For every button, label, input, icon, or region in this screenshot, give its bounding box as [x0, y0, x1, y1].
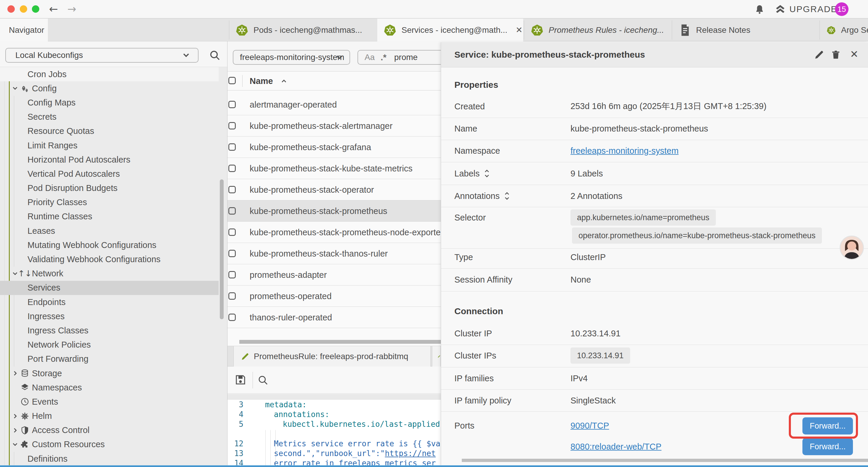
expander-icon[interactable]	[484, 169, 490, 178]
tab-argo[interactable]: Argo Serv	[820, 19, 868, 41]
tab-services[interactable]: Services - icecheng@math... ✕	[377, 19, 523, 41]
table-row[interactable]: kube-prometheus-stack-prometheus-node-ex…	[227, 222, 441, 243]
sidebar-item-leases[interactable]: Leases	[0, 224, 219, 238]
maximize-window-button[interactable]	[32, 5, 39, 13]
forward-button[interactable]: Forward...	[802, 438, 853, 455]
sidebar-item-mutating-webhook-configurations[interactable]: Mutating Webhook Configurations	[0, 238, 219, 252]
table-row[interactable]: kube-prometheus-stack-thanos-ruler	[227, 243, 441, 264]
sidebar-item-cron-jobs[interactable]: Cron Jobs	[0, 67, 219, 81]
chevron-down-icon[interactable]	[12, 441, 18, 448]
upgrade-button[interactable]: UPGRADE	[789, 4, 837, 14]
avatar[interactable]	[840, 236, 864, 260]
chevron-right-icon[interactable]	[12, 427, 18, 434]
chevron-right-icon[interactable]	[12, 413, 18, 419]
sidebar-item-endpoints[interactable]: Endpoints	[0, 295, 219, 309]
table-row[interactable]: alertmanager-operated	[227, 94, 441, 115]
sidebar-item-events[interactable]: Events	[0, 395, 219, 409]
sidebar-item-runtime-classes[interactable]: Runtime Classes	[0, 209, 219, 224]
namespace-selector[interactable]: freeleaps-monitoring-system	[233, 50, 350, 65]
sidebar-item-services[interactable]: Services	[0, 281, 219, 295]
row-checkbox[interactable]	[228, 165, 236, 172]
sidebar-item-vertical-pod-autoscalers[interactable]: Vertical Pod Autoscalers	[0, 167, 219, 181]
sidebar-item-port-forwarding[interactable]: Port Forwarding	[0, 352, 219, 366]
notification-badge[interactable]: 15	[835, 2, 848, 16]
back-arrow-button[interactable]: ←	[49, 3, 58, 15]
match-case-toggle[interactable]: Aa	[365, 53, 375, 62]
sidebar-item-helm[interactable]: Helm	[0, 409, 219, 423]
search-input[interactable]: Aa .* prome	[358, 50, 441, 65]
editor-tab-prometheusrule[interactable]: PrometheusRule: freeleaps-prod-rabbitmq	[234, 346, 431, 367]
detail-horizontal-scrollbar[interactable]	[462, 459, 868, 462]
search-icon[interactable]	[209, 49, 221, 61]
sidebar-item-config-maps[interactable]: Config Maps	[0, 95, 219, 110]
sidebar-item-storage[interactable]: Storage	[0, 366, 219, 380]
sidebar-item-pod-disruption-budgets[interactable]: Pod Disruption Budgets	[0, 181, 219, 195]
tab-prometheus-rules[interactable]: Prometheus Rules - icecheng...	[524, 19, 671, 41]
close-panel-icon[interactable]: ✕	[850, 48, 859, 60]
edit-pencil-icon[interactable]	[814, 49, 825, 60]
close-tab-icon[interactable]: ✕	[516, 25, 522, 35]
table-row[interactable]: kube-prometheus-stack-grafana	[227, 137, 441, 158]
namespace-link[interactable]: freeleaps-monitoring-system	[570, 146, 679, 156]
sidebar-item-network[interactable]: ↑↓ Network	[0, 267, 219, 281]
yaml-editor[interactable]: 3metadata: 4annotations: 5kubectl.kubern…	[227, 400, 441, 467]
sidebar-item-config[interactable]: Config	[0, 81, 219, 95]
table-row[interactable]: kube-prometheus-stack-operator	[227, 179, 441, 200]
sidebar-item-secrets[interactable]: Secrets	[0, 110, 219, 124]
row-checkbox[interactable]	[228, 101, 236, 108]
row-checkbox[interactable]	[228, 186, 236, 193]
tab-navigator[interactable]: Navigator	[0, 19, 48, 41]
sidebar-item-ingresses[interactable]: Ingresses	[0, 309, 219, 323]
line-number: 4	[227, 410, 243, 419]
row-checkbox[interactable]	[228, 229, 236, 236]
sidebar-scrollbar[interactable]	[220, 179, 224, 319]
minimize-window-button[interactable]	[20, 5, 27, 13]
table-row[interactable]: thanos-ruler-operated	[227, 307, 441, 328]
editor-tab-partial[interactable]	[432, 346, 441, 367]
row-checkbox[interactable]	[228, 143, 236, 151]
sidebar-item-network-policies[interactable]: Network Policies	[0, 338, 219, 352]
sidebar-item-namespaces[interactable]: Namespaces	[0, 380, 219, 395]
table-row[interactable]: prometheus-operated	[227, 286, 441, 307]
tab-release-notes[interactable]: Release Notes	[673, 19, 819, 41]
horizontal-scrollbar[interactable]	[239, 340, 441, 344]
regex-toggle[interactable]: .*	[380, 52, 386, 62]
table-row[interactable]: kube-prometheus-stack-kube-state-metrics	[227, 158, 441, 179]
sidebar-item-access-control[interactable]: Access Control	[0, 423, 219, 437]
sort-ascending-icon	[280, 78, 288, 85]
row-checkbox[interactable]	[228, 207, 236, 214]
kubeconfig-selector[interactable]: Local Kubeconfigs	[5, 48, 198, 63]
table-row-selected[interactable]: kube-prometheus-stack-prometheus	[227, 200, 441, 222]
bell-icon[interactable]	[754, 4, 765, 16]
sidebar-item-validating-webhook-configurations[interactable]: Validating Webhook Configurations	[0, 252, 219, 266]
row-checkbox[interactable]	[228, 314, 236, 321]
tab-pods[interactable]: Pods - icecheng@mathmas...	[229, 19, 376, 41]
port-link[interactable]: 9090/TCP	[570, 421, 609, 431]
table-row[interactable]: kube-prometheus-stack-alertmanager	[227, 115, 441, 137]
table-row[interactable]: prometheus-adapter	[227, 264, 441, 286]
row-checkbox[interactable]	[228, 292, 236, 300]
sidebar-item-priority-classes[interactable]: Priority Classes	[0, 195, 219, 209]
delete-trash-icon[interactable]	[831, 49, 841, 60]
chevron-down-icon[interactable]	[12, 85, 18, 92]
sidebar-item-definitions[interactable]: Definitions	[0, 451, 219, 466]
upgrade-icon[interactable]	[774, 4, 786, 16]
close-window-button[interactable]	[7, 5, 15, 13]
port-link[interactable]: 8080:reloader-web/TCP	[570, 442, 661, 451]
forward-arrow-button[interactable]: →	[67, 3, 76, 15]
row-checkbox[interactable]	[228, 122, 236, 129]
sidebar-item-horizontal-pod-autoscalers[interactable]: Horizontal Pod Autoscalers	[0, 152, 219, 167]
save-icon[interactable]	[234, 374, 247, 386]
sidebar-item-resource-quotas[interactable]: Resource Quotas	[0, 124, 219, 138]
search-icon[interactable]	[257, 374, 269, 386]
chevron-down-icon[interactable]	[12, 270, 18, 277]
row-checkbox[interactable]	[228, 250, 236, 257]
sidebar-item-limit-ranges[interactable]: Limit Ranges	[0, 138, 219, 152]
row-checkbox[interactable]	[228, 271, 236, 279]
sidebar-item-custom-resources[interactable]: Custom Resources	[0, 437, 219, 451]
name-column-header[interactable]: Name	[250, 76, 273, 86]
select-all-checkbox[interactable]	[228, 77, 236, 84]
sidebar-item-ingress-classes[interactable]: Ingress Classes	[0, 323, 219, 338]
expander-icon[interactable]	[504, 191, 510, 201]
chevron-right-icon[interactable]	[12, 370, 18, 377]
